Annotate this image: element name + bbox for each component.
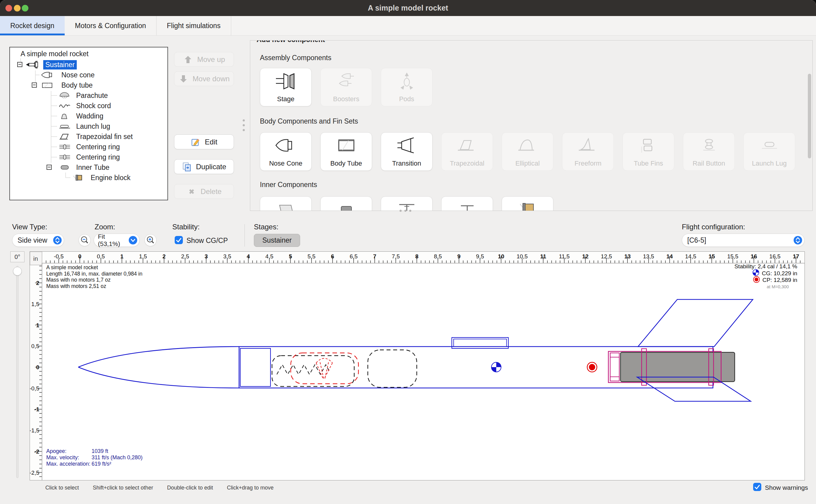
tile-label: Tube Fins [623, 160, 674, 167]
svg-text:11,5: 11,5 [559, 253, 570, 260]
trapezoidal-icon [454, 136, 481, 154]
svg-text:1,5: 1,5 [139, 253, 147, 260]
show-cg-cp-label: Show CG/CP [186, 237, 228, 245]
tree-expander-icon[interactable] [17, 62, 22, 67]
chevron-updown-icon [53, 236, 62, 245]
rotation-slider-track[interactable] [16, 266, 18, 478]
nose-cone-tile[interactable]: Nose Cone [260, 132, 312, 171]
tree-item-centering-ring[interactable]: Centering ring [10, 142, 167, 152]
tree-expander-icon[interactable] [32, 82, 37, 88]
tree-root[interactable]: A simple model rocket [21, 50, 89, 58]
tab-motors-configuration[interactable]: Motors & Configuration [65, 16, 157, 35]
svg-text:-2,5: -2,5 [30, 470, 39, 476]
tree-item-nose-cone[interactable]: Nose cone [10, 70, 167, 80]
tree-item-label: Launch lug [74, 122, 112, 131]
coupler-tile[interactable] [381, 196, 432, 211]
stat-value: 619 ft/s² [92, 461, 111, 467]
bulkhead-tile[interactable] [441, 196, 493, 211]
tree-item-label: Inner Tube [74, 163, 112, 172]
rotation-slider-knob[interactable] [13, 267, 22, 276]
rocket-info: A simple model rocket Length 16,748 in, … [46, 264, 142, 289]
tree-item-wadding[interactable]: Wadding [10, 111, 167, 121]
body-tube-tile[interactable]: Body Tube [320, 132, 372, 171]
launch-lug-tile: Launch Lug [743, 132, 795, 171]
button-label: Move up [197, 55, 225, 64]
horizontal-splitter-handle[interactable] [400, 210, 411, 212]
svg-text:5,5: 5,5 [307, 253, 315, 260]
svg-text:1: 1 [120, 253, 124, 260]
zoom-out-button[interactable] [79, 234, 91, 246]
tree-item-trapezoidal-fin-set[interactable]: Trapezoidal fin set [10, 131, 167, 142]
show-cg-cp-checkbox[interactable] [175, 236, 183, 244]
button-label: Delete [201, 187, 222, 196]
svg-text:6,5: 6,5 [350, 253, 358, 260]
svg-text:-0,5: -0,5 [30, 385, 39, 392]
flight-configuration-label: Flight configuration: [682, 223, 745, 231]
stat-value: 1039 ft [92, 448, 108, 454]
shock-cord-icon [57, 101, 73, 110]
tab-rocket-design[interactable]: Rocket design [0, 16, 65, 35]
tile-label: Transition [381, 160, 432, 167]
move-down-button: Move down [174, 71, 234, 86]
flight-stat-row: Max. velocity:311 ft/s (Mach 0,280) [46, 454, 143, 461]
tab-bar: Rocket designMotors & ConfigurationFligh… [0, 16, 816, 36]
svg-text:in: in [33, 255, 38, 262]
svg-text:14: 14 [666, 253, 673, 260]
inner-tube-tile-tile[interactable] [320, 196, 372, 211]
titlebar: A simple model rocket [0, 0, 816, 16]
button-label: Move down [193, 75, 230, 83]
add-component-title: Add new component [254, 40, 327, 44]
show-warnings-checkbox[interactable] [753, 483, 761, 493]
sleeve-tile[interactable] [260, 196, 312, 211]
launch-lug-tile-icon [756, 136, 783, 154]
arrow-up-icon [183, 54, 193, 65]
svg-text:0: 0 [78, 253, 82, 260]
tree-item-centering-ring[interactable]: Centering ring [10, 152, 167, 162]
tile-label: Rail Button [683, 160, 734, 167]
duplicate-button[interactable]: Duplicate [174, 159, 234, 174]
zoom-in-button[interactable] [144, 234, 157, 246]
tree-item-parachute[interactable]: Parachute [10, 90, 167, 101]
tree-item-inner-tube[interactable]: Inner Tube [10, 162, 167, 173]
chevron-updown-icon [793, 236, 802, 245]
tree-item-engine-block[interactable]: Engine block [10, 173, 167, 183]
tree-expander-icon[interactable] [47, 165, 52, 170]
svg-text:10,5: 10,5 [516, 253, 528, 260]
vertical-splitter-handle[interactable] [243, 119, 245, 131]
tree-item-label: Sustainer [43, 60, 77, 69]
flight-configuration-select[interactable]: [C6-5] [682, 234, 805, 247]
tree-item-body-tube[interactable]: Body tube [10, 80, 167, 90]
tile-label: Elliptical [502, 160, 553, 167]
tube-fins-icon [635, 136, 662, 154]
zoom-value: Fit (53,1%) [98, 233, 128, 247]
stage-toggle-sustainer[interactable]: Sustainer [254, 234, 300, 247]
svg-text:4,5: 4,5 [265, 253, 273, 260]
delete-icon [186, 186, 197, 197]
shock-cord-outline [272, 356, 354, 386]
tree-item-sustainer[interactable]: Sustainer [10, 60, 167, 70]
svg-text:9: 9 [457, 253, 461, 260]
nose-cone-outline [78, 347, 239, 388]
zoom-select[interactable]: Fit (53,1%) [94, 234, 140, 247]
stat-label: Max. acceleration: [46, 461, 92, 467]
coupler-icon [393, 200, 420, 211]
svg-text:2: 2 [36, 280, 39, 286]
duplicate-icon [182, 162, 192, 172]
stage-tile[interactable]: Stage [260, 68, 312, 106]
move-up-button: Move up [174, 52, 234, 67]
engine-block-tile-tile[interactable] [502, 196, 553, 211]
svg-text:5: 5 [289, 253, 292, 260]
section-label-inner-components: Inner Components [260, 181, 317, 189]
transition-tile[interactable]: Transition [381, 132, 432, 171]
edit-button[interactable]: Edit [174, 134, 234, 149]
tree-item-shock-cord[interactable]: Shock cord [10, 101, 167, 111]
flight-stat-row: Apogee:1039 ft [46, 448, 143, 454]
tree-item-label: Trapezoidal fin set [74, 132, 135, 141]
arrow-down-icon [178, 74, 189, 84]
tab-flight-simulations[interactable]: Flight simulations [157, 16, 231, 35]
tree-item-launch-lug[interactable]: Launch lug [10, 121, 167, 131]
rocket-design-view[interactable]: -0,500,511,522,533,544,555,566,577,588,5… [30, 251, 805, 480]
view-type-select[interactable]: Side view [12, 234, 64, 247]
body-tube-icon [40, 81, 55, 90]
scrollbar-thumb[interactable] [808, 74, 811, 158]
